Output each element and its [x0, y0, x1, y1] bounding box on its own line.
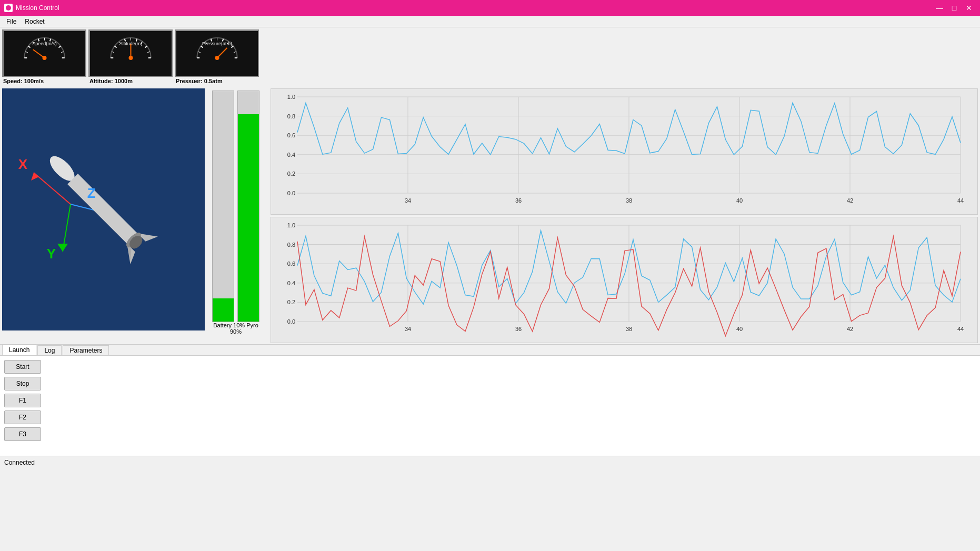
battery-bar-fill [213, 298, 234, 322]
gauge-speed: Speed: 100m/s [2, 29, 86, 84]
app-icon [4, 4, 13, 12]
gauges-row: Speed: 100m/s Altitude: 1000m Pressuer: … [0, 27, 980, 86]
svg-point-0 [6, 5, 11, 11]
gauge-pressure-label: Pressuer: 0.5atm [175, 78, 223, 84]
status-text: Connected [4, 459, 35, 466]
start-button[interactable]: Start [4, 360, 41, 374]
y-axis-label: Y [47, 246, 56, 262]
title-bar-controls: — □ ✕ [933, 3, 976, 13]
status-bar: Connected [0, 456, 980, 468]
tab-launch[interactable]: Launch [2, 345, 36, 355]
z-axis-label: Z [87, 185, 96, 202]
battery-bar-track [212, 91, 234, 322]
battery-label: Battery 10% Pyro 90% [207, 322, 265, 335]
gauge-pressure-img [175, 29, 259, 77]
maximize-button[interactable]: □ [947, 3, 961, 13]
pyro-bar-fill [238, 114, 259, 322]
stop-button[interactable]: Stop [4, 377, 41, 390]
f3-button[interactable]: F3 [4, 427, 41, 441]
app-title: Mission Control [16, 4, 59, 12]
gauge-speed-label: Speed: 100m/s [2, 78, 44, 84]
gauge-pressure: Pressuer: 0.5atm [175, 29, 259, 84]
rocket-svg [2, 88, 205, 330]
gauge-altitude: Altitude: 1000m [88, 29, 173, 84]
x-axis-label: X [18, 156, 27, 173]
menu-bar: File Rocket [0, 16, 980, 27]
launch-panel: Start Stop F1 F2 F3 [0, 356, 980, 456]
main-area: X Y Z Battery 10% Pyro 90% [0, 86, 980, 344]
menu-file[interactable]: File [2, 17, 21, 26]
title-bar-left: Mission Control [4, 4, 59, 12]
bars-row [212, 88, 259, 320]
gauge-altitude-img [88, 29, 173, 77]
top-chart [271, 88, 978, 215]
title-bar: Mission Control — □ ✕ [0, 0, 980, 16]
pyro-bar-track [237, 91, 259, 322]
left-panel: X Y Z Battery 10% Pyro 90% [0, 86, 268, 344]
charts-area [268, 86, 980, 344]
battery-panel: Battery 10% Pyro 90% [207, 88, 265, 342]
gauge-altitude-label: Altitude: 1000m [88, 78, 133, 84]
tabs-bar: Launch Log Parameters [0, 344, 980, 356]
f2-button[interactable]: F2 [4, 410, 41, 424]
rocket-3d-view: X Y Z [2, 88, 205, 330]
minimize-button[interactable]: — [933, 3, 946, 13]
close-button[interactable]: ✕ [962, 3, 976, 13]
bottom-chart [271, 217, 978, 343]
tab-log[interactable]: Log [37, 345, 62, 355]
f1-button[interactable]: F1 [4, 394, 41, 407]
menu-rocket[interactable]: Rocket [21, 17, 48, 26]
tab-parameters[interactable]: Parameters [63, 345, 109, 355]
gauge-speed-img [2, 29, 86, 77]
